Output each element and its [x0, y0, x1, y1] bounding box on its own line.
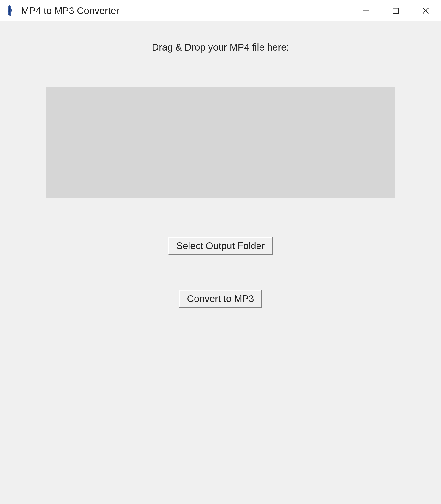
svg-rect-8 [393, 8, 398, 14]
convert-to-mp3-button[interactable]: Convert to MP3 [179, 290, 262, 308]
maximize-button[interactable] [381, 0, 411, 21]
app-window: MP4 to MP3 Converter Drag & Drop your MP… [0, 0, 441, 504]
titlebar: MP4 to MP3 Converter [0, 0, 441, 21]
select-output-folder-button[interactable]: Select Output Folder [168, 237, 273, 255]
window-title: MP4 to MP3 Converter [21, 5, 351, 16]
file-drop-zone[interactable] [46, 87, 395, 198]
app-feather-icon [5, 4, 14, 18]
client-area: Drag & Drop your MP4 file here: Select O… [0, 21, 441, 504]
drop-instruction-label: Drag & Drop your MP4 file here: [152, 42, 289, 53]
minimize-button[interactable] [351, 0, 381, 21]
close-button[interactable] [411, 0, 441, 21]
window-controls [351, 0, 441, 21]
